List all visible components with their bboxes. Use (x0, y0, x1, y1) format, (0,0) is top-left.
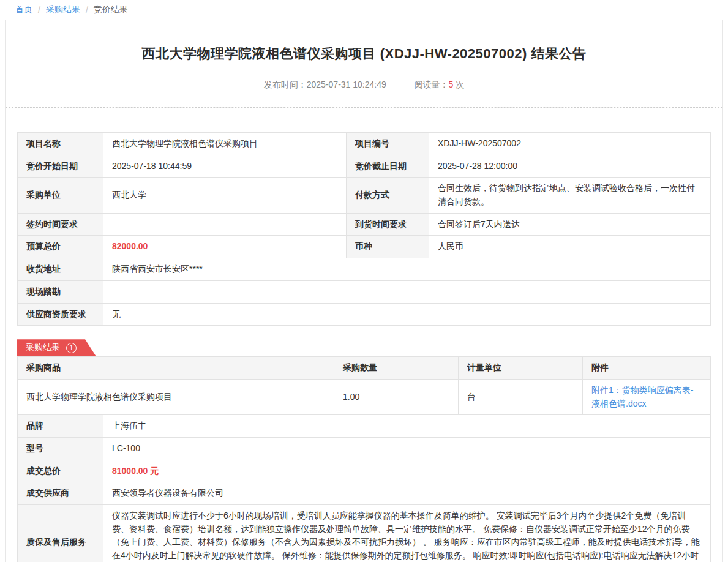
delivery-time-value: 合同签订后7天内送达 (429, 213, 711, 236)
table-row: 收货地址 陕西省西安市长安区**** (18, 258, 711, 281)
budget-label: 预算总价 (18, 236, 103, 258)
project-no-value: XDJJ-HW-202507002 (429, 133, 711, 155)
breadcrumb-current: 竞价结果 (94, 4, 128, 15)
bid-start-value: 2025-07-18 10:44:59 (103, 155, 347, 178)
table-row: 质保及售后服务 仪器安装调试时应进行不少于6小时的现场培训，受培训人员应能掌握仪… (18, 505, 711, 562)
brand-value: 上海伍丰 (103, 415, 711, 438)
table-row: 成交供应商 西安领导者仪器设备有限公司 (18, 482, 711, 505)
table-row: 签约时间要求 到货时间要求 合同签订后7天内送达 (18, 213, 711, 236)
payment-value: 合同生效后，待货物到达指定地点、安装调试验收合格后，一次性付清合同货款。 (429, 178, 711, 213)
table-row: 预算总价 82000.00 币种 人民币 (18, 236, 711, 258)
views-unit: 次 (456, 80, 464, 89)
page-title: 西北大学物理学院液相色谱仪采购项目 (XDJJ-HW-202507002) 结果… (6, 20, 722, 63)
col-header-attachment: 附件 (583, 357, 711, 380)
table-header-row: 采购商品 采购数量 计量单位 附件 (18, 357, 711, 380)
views-group: 阅读量：5 次 (415, 80, 465, 91)
publish-time-label: 发布时间： (264, 80, 307, 89)
table-row: 竞价开始日期 2025-07-18 10:44:59 竞价截止日期 2025-0… (18, 155, 711, 178)
project-name-label: 项目名称 (18, 133, 103, 155)
currency-label: 币种 (347, 236, 429, 258)
purchaser-label: 采购单位 (18, 178, 103, 213)
publish-time-group: 发布时间：2025-07-31 10:24:49 (264, 80, 386, 91)
table-row: 项目名称 西北大学物理学院液相色谱仪采购项目 项目编号 XDJJ-HW-2025… (18, 133, 711, 155)
views-label: 阅读量： (415, 80, 449, 89)
model-value: LC-100 (103, 437, 711, 460)
col-header-product: 采购商品 (18, 357, 334, 380)
table-row: 型号 LC-100 (18, 437, 711, 460)
project-name-value: 西北大学物理学院液相色谱仪采购项目 (103, 133, 347, 155)
table-row: 采购单位 西北大学 付款方式 合同生效后，待货物到达指定地点、安装调试验收合格后… (18, 178, 711, 213)
project-info-table: 项目名称 西北大学物理学院液相色谱仪采购项目 项目编号 XDJJ-HW-2025… (17, 132, 711, 326)
supplier-label: 成交供应商 (18, 482, 103, 505)
breadcrumb-separator: / (86, 5, 88, 15)
publish-time-value: 2025-07-31 10:24:49 (307, 80, 386, 89)
announcement-card: 西北大学物理学院液相色谱仪采购项目 (XDJJ-HW-202507002) 结果… (5, 20, 723, 562)
model-label: 型号 (18, 437, 103, 460)
table-row: 西北大学物理学院液相色谱仪采购项目 1.00 台 附件1：货物类响应偏离表-液相… (18, 379, 711, 414)
project-no-label: 项目编号 (347, 133, 429, 155)
warranty-label: 质保及售后服务 (18, 505, 103, 562)
sign-time-value (103, 213, 347, 236)
result-table: 采购商品 采购数量 计量单位 附件 西北大学物理学院液相色谱仪采购项目 1.00… (17, 356, 711, 562)
site-survey-label: 现场踏勘 (18, 280, 103, 303)
bid-end-value: 2025-07-28 12:00:00 (429, 155, 711, 178)
col-header-quantity: 采购数量 (334, 357, 459, 380)
sign-time-label: 签约时间要求 (18, 213, 103, 236)
result-count-badge: 1 (66, 343, 77, 353)
currency-value: 人民币 (429, 236, 711, 258)
breadcrumb: 首页 / 采购结果 / 竞价结果 (0, 0, 728, 20)
site-survey-value (103, 280, 711, 303)
result-section-ribbon: 采购结果 1 (17, 339, 96, 356)
address-label: 收货地址 (18, 258, 103, 281)
table-row: 供应商资质要求 无 (18, 303, 711, 326)
product-name-cell: 西北大学物理学院液相色谱仪采购项目 (18, 379, 334, 414)
delivery-time-label: 到货时间要求 (347, 213, 429, 236)
product-unit-cell: 台 (459, 379, 583, 414)
breadcrumb-home-link[interactable]: 首页 (15, 4, 32, 15)
views-count: 5 (449, 80, 454, 89)
deal-price-label: 成交总价 (18, 460, 103, 482)
table-row: 成交总价 81000.00 元 (18, 460, 711, 482)
bid-end-label: 竞价截止日期 (347, 155, 429, 178)
col-header-unit: 计量单位 (459, 357, 583, 380)
announcement-content: 项目名称 西北大学物理学院液相色谱仪采购项目 项目编号 XDJJ-HW-2025… (6, 132, 722, 562)
result-ribbon-label: 采购结果 (26, 342, 60, 353)
qualification-label: 供应商资质要求 (18, 303, 103, 326)
brand-label: 品牌 (18, 415, 103, 438)
warranty-value: 仪器安装调试时应进行不少于6小时的现场培训，受培训人员应能掌握仪器的基本操作及简… (103, 505, 711, 562)
attachment-link[interactable]: 附件1：货物类响应偏离表-液相色谱.docx (591, 385, 693, 408)
supplier-value: 西安领导者仪器设备有限公司 (103, 482, 711, 505)
breadcrumb-parent-link[interactable]: 采购结果 (46, 4, 80, 15)
breadcrumb-separator: / (38, 5, 40, 15)
table-row: 品牌 上海伍丰 (18, 415, 711, 438)
product-attachment-cell: 附件1：货物类响应偏离表-液相色谱.docx (583, 379, 711, 414)
address-value: 陕西省西安市长安区**** (103, 258, 711, 281)
table-row: 现场踏勘 (18, 280, 711, 303)
payment-label: 付款方式 (347, 178, 429, 213)
deal-price-value: 81000.00 元 (103, 460, 711, 482)
qualification-value: 无 (103, 303, 711, 326)
purchaser-value: 西北大学 (103, 178, 347, 213)
budget-value: 82000.00 (103, 236, 347, 258)
product-quantity-cell: 1.00 (334, 379, 459, 414)
publish-meta: 发布时间：2025-07-31 10:24:49 阅读量：5 次 (6, 80, 722, 108)
bid-start-label: 竞价开始日期 (18, 155, 103, 178)
